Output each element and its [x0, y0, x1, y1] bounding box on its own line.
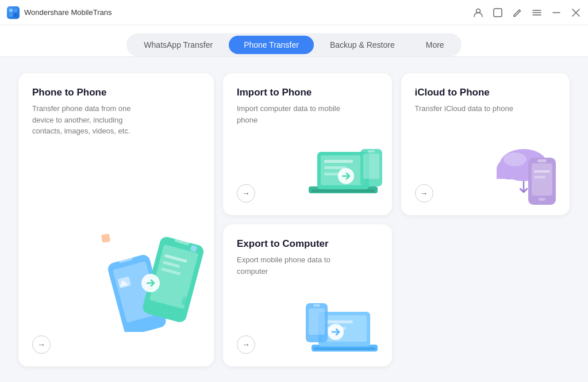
tab-more[interactable]: More — [411, 36, 459, 54]
title-bar-controls — [473, 7, 581, 18]
card-icloud-arrow[interactable]: → — [415, 184, 433, 203]
tab-backup[interactable]: Backup & Restore — [315, 36, 410, 54]
svg-rect-2 — [9, 13, 13, 17]
card-icloud-to-phone[interactable]: iCloud to Phone Transfer iCloud data to … — [401, 73, 570, 215]
svg-rect-47 — [534, 170, 550, 173]
svg-rect-45 — [537, 159, 547, 162]
edit-icon[interactable] — [512, 7, 522, 18]
card-export-title: Export to Computer — [237, 238, 378, 250]
svg-rect-24 — [101, 234, 110, 243]
title-bar-left: Wondershare MobileTrans — [7, 6, 112, 19]
svg-rect-1 — [14, 9, 17, 12]
card-export-arrow[interactable]: → — [237, 335, 255, 354]
export-illustration — [306, 292, 386, 366]
card-phone-to-phone[interactable]: Phone to Phone Transfer phone data from … — [18, 73, 214, 366]
svg-rect-56 — [309, 308, 325, 335]
tab-whatsapp[interactable]: WhatsApp Transfer — [129, 36, 228, 54]
card-phone-to-phone-arrow[interactable]: → — [32, 335, 51, 354]
title-bar: Wondershare MobileTrans — [0, 0, 588, 25]
app-icon — [7, 6, 20, 19]
card-phone-to-phone-desc: Transfer phone data from one device to a… — [32, 103, 136, 137]
svg-rect-44 — [532, 163, 552, 196]
tab-phone[interactable]: Phone Transfer — [229, 36, 314, 54]
cards-grid: Phone to Phone Transfer phone data from … — [18, 73, 570, 366]
user-icon[interactable] — [473, 7, 483, 18]
svg-rect-5 — [494, 9, 502, 17]
svg-rect-33 — [312, 189, 375, 192]
minimize-icon[interactable] — [551, 7, 562, 18]
card-export-to-computer[interactable]: Export to Computer Export mobile phone d… — [223, 224, 392, 366]
close-icon[interactable] — [571, 7, 581, 18]
card-import-desc: Import computer data to mobile phone — [237, 103, 340, 125]
svg-rect-46 — [539, 198, 545, 201]
svg-rect-30 — [324, 160, 353, 163]
menu-icon[interactable] — [532, 7, 542, 18]
card-phone-to-phone-title: Phone to Phone — [32, 87, 200, 98]
svg-rect-57 — [313, 304, 320, 307]
card-import-title: Import to Phone — [237, 87, 378, 98]
svg-rect-36 — [363, 154, 379, 179]
nav-tabs: WhatsApp Transfer Phone Transfer Backup … — [126, 33, 461, 56]
card-import-arrow[interactable]: → — [237, 184, 255, 203]
card-import-to-phone[interactable]: Import to Phone Import computer data to … — [223, 73, 392, 215]
svg-rect-0 — [9, 9, 13, 12]
nav-tabs-wrapper: WhatsApp Transfer Phone Transfer Backup … — [0, 25, 588, 57]
svg-rect-37 — [368, 150, 375, 152]
main-content: Phone to Phone Transfer phone data from … — [0, 57, 588, 382]
icloud-illustration — [489, 140, 564, 209]
svg-rect-48 — [534, 176, 545, 178]
app-title: Wondershare MobileTrans — [24, 8, 112, 17]
svg-rect-3 — [14, 13, 17, 17]
svg-point-42 — [504, 152, 526, 166]
window-icon[interactable] — [493, 7, 503, 18]
svg-rect-54 — [314, 347, 375, 350]
card-export-desc: Export mobile phone data to computer — [237, 254, 340, 277]
import-illustration — [306, 140, 386, 209]
card-icloud-title: iCloud to Phone — [415, 87, 556, 98]
card-icloud-desc: Transfer iCloud data to phone — [415, 103, 518, 114]
phone-to-phone-illustration — [93, 217, 208, 332]
svg-rect-52 — [325, 320, 353, 323]
